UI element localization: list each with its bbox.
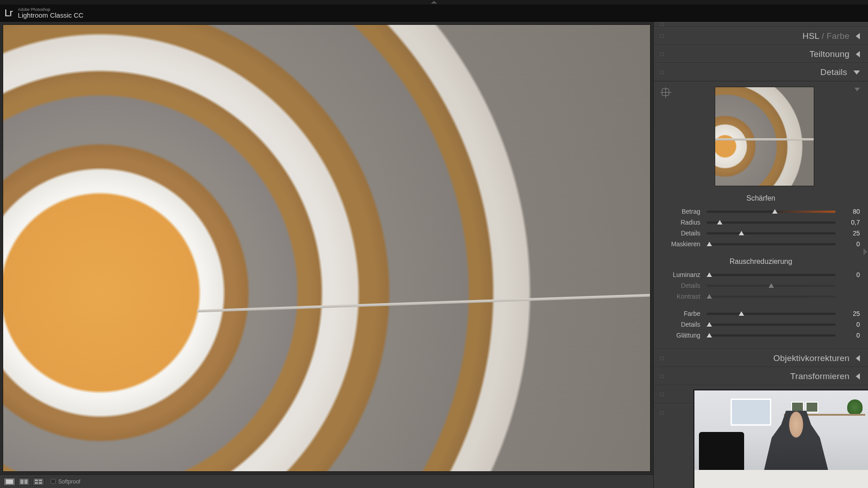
slider-row-maskieren: Maskieren 0 bbox=[662, 239, 860, 249]
slider-label: Maskieren bbox=[662, 240, 700, 248]
panel-toggle-icon[interactable] bbox=[660, 357, 664, 360]
panel-title-hsl-farbe: HSL / Farbe bbox=[802, 31, 849, 41]
slider-value[interactable]: 0 bbox=[842, 240, 860, 248]
radius-slider[interactable] bbox=[707, 221, 835, 224]
webcam-overlay bbox=[693, 389, 868, 488]
farbe-slider[interactable] bbox=[707, 313, 835, 315]
collapse-arrow-icon bbox=[856, 355, 860, 361]
right-panel-hide-handle[interactable] bbox=[863, 248, 868, 262]
glaettung-slider[interactable] bbox=[707, 334, 835, 337]
luminanz-details-slider bbox=[707, 285, 835, 287]
slider-label: Details bbox=[662, 230, 700, 237]
slider-thumb-icon[interactable] bbox=[707, 242, 712, 246]
panel-toggle-icon[interactable] bbox=[660, 23, 664, 26]
panel-header-objektivkorrekturen[interactable]: Objektivkorrekturen bbox=[654, 349, 868, 367]
slider-row-farbe-details: Details 0 bbox=[662, 319, 860, 330]
slider-label: Farbe bbox=[662, 310, 700, 317]
panel-header-details[interactable]: Details bbox=[654, 63, 868, 81]
detail-preview-thumbnail[interactable] bbox=[715, 87, 814, 186]
detail-target-picker-icon[interactable] bbox=[662, 89, 669, 96]
luminanz-kontrast-slider bbox=[707, 296, 835, 298]
svg-rect-5 bbox=[35, 482, 38, 484]
details-panel-body: Schärfen Betrag 80 Radius 0,7 Details 25… bbox=[654, 81, 868, 349]
svg-rect-2 bbox=[24, 479, 28, 484]
panel-toggle-icon[interactable] bbox=[660, 70, 664, 74]
svg-rect-1 bbox=[20, 479, 24, 484]
noise-group-label: Rauschreduzierung bbox=[662, 258, 860, 266]
webcam-plant bbox=[847, 399, 863, 415]
slider-row-details: Details 25 bbox=[662, 228, 860, 239]
softproof-label: Softproof bbox=[58, 479, 80, 485]
detail-disclosure-icon[interactable] bbox=[854, 88, 860, 91]
slider-label: Details bbox=[662, 321, 700, 328]
slider-value[interactable]: 80 bbox=[842, 208, 860, 215]
svg-rect-6 bbox=[39, 482, 42, 484]
panel-header-teiltonung[interactable]: Teiltonung bbox=[654, 45, 868, 63]
collapse-arrow-icon bbox=[856, 33, 860, 39]
panel-title-teiltonung: Teiltonung bbox=[809, 49, 849, 59]
panel-title-details: Details bbox=[821, 67, 847, 77]
viewer-toolbar: Softproof bbox=[0, 474, 653, 488]
panel-toggle-icon[interactable] bbox=[660, 411, 664, 415]
compare-view-button[interactable] bbox=[18, 478, 30, 486]
loupe-view-button[interactable] bbox=[4, 478, 15, 486]
panel-title-objektivkorrekturen: Objektivkorrekturen bbox=[773, 353, 849, 363]
slider-row-glaettung: Glättung 0 bbox=[662, 330, 860, 341]
panel-header-hsl-farbe[interactable]: HSL / Farbe bbox=[654, 27, 868, 45]
top-panel-collapse-handle[interactable] bbox=[0, 0, 868, 5]
slider-row-luminanz-kontrast: Kontrast bbox=[662, 291, 860, 302]
app-name-line2: Lightroom Classic CC bbox=[18, 12, 84, 19]
softproof-checkbox[interactable] bbox=[51, 479, 56, 484]
app-logo: Lr bbox=[5, 7, 13, 19]
farbe-label: Farbe bbox=[826, 31, 849, 41]
panel-toggle-icon[interactable] bbox=[660, 52, 664, 56]
webcam-desk bbox=[694, 470, 868, 488]
develop-right-panel: HSL / Farbe Teiltonung Details Schärfen … bbox=[653, 22, 868, 488]
slider-row-luminanz: Luminanz 0 bbox=[662, 269, 860, 280]
slider-thumb-icon[interactable] bbox=[707, 322, 712, 327]
luminanz-slider[interactable] bbox=[707, 274, 835, 276]
panel-toggle-icon[interactable] bbox=[660, 393, 664, 396]
panel-title-transformieren: Transformieren bbox=[790, 371, 849, 381]
svg-rect-4 bbox=[39, 479, 42, 481]
farbe-details-slider[interactable] bbox=[707, 324, 835, 326]
svg-rect-0 bbox=[6, 479, 13, 484]
hsl-label: HSL bbox=[802, 31, 819, 41]
slider-label: Glättung bbox=[662, 332, 700, 339]
slider-thumb-icon[interactable] bbox=[772, 209, 778, 214]
survey-view-button[interactable] bbox=[33, 478, 44, 486]
details-slider[interactable] bbox=[707, 232, 835, 235]
panel-header-gradationskurve[interactable] bbox=[654, 22, 868, 27]
slider-value[interactable]: 0 bbox=[842, 332, 860, 339]
image-viewer[interactable] bbox=[0, 22, 653, 474]
betrag-slider[interactable] bbox=[707, 211, 835, 213]
slider-thumb-icon[interactable] bbox=[717, 220, 722, 225]
slider-value[interactable]: 0,7 bbox=[842, 219, 860, 226]
slider-value[interactable]: 0 bbox=[842, 321, 860, 328]
mask-slider[interactable] bbox=[707, 243, 835, 245]
svg-rect-3 bbox=[35, 479, 38, 481]
panel-toggle-icon[interactable] bbox=[660, 375, 664, 378]
collapse-arrow-icon bbox=[856, 373, 860, 380]
slider-label: Details bbox=[662, 282, 700, 289]
slider-row-luminanz-details: Details bbox=[662, 280, 860, 291]
slider-value[interactable]: 25 bbox=[842, 230, 860, 237]
slider-row-betrag: Betrag 80 bbox=[662, 206, 860, 217]
slider-thumb-icon[interactable] bbox=[707, 272, 712, 277]
slider-thumb-icon[interactable] bbox=[739, 231, 744, 235]
slider-label: Luminanz bbox=[662, 271, 700, 278]
main-area: Softproof bbox=[0, 22, 653, 488]
slider-value[interactable]: 0 bbox=[842, 271, 860, 278]
slider-thumb-icon[interactable] bbox=[739, 311, 744, 316]
slider-value[interactable]: 25 bbox=[842, 310, 860, 317]
slider-thumb-icon bbox=[707, 294, 712, 299]
webcam-monitor bbox=[699, 432, 744, 473]
panel-toggle-icon[interactable] bbox=[660, 34, 664, 38]
slider-row-farbe: Farbe 25 bbox=[662, 308, 860, 319]
webcam-window bbox=[731, 399, 771, 426]
slider-thumb-icon[interactable] bbox=[707, 333, 712, 338]
loupe-photo[interactable] bbox=[3, 24, 651, 472]
panel-header-transformieren[interactable]: Transformieren bbox=[654, 367, 868, 385]
slider-thumb-icon bbox=[769, 283, 774, 288]
collapse-arrow-icon bbox=[856, 51, 860, 57]
